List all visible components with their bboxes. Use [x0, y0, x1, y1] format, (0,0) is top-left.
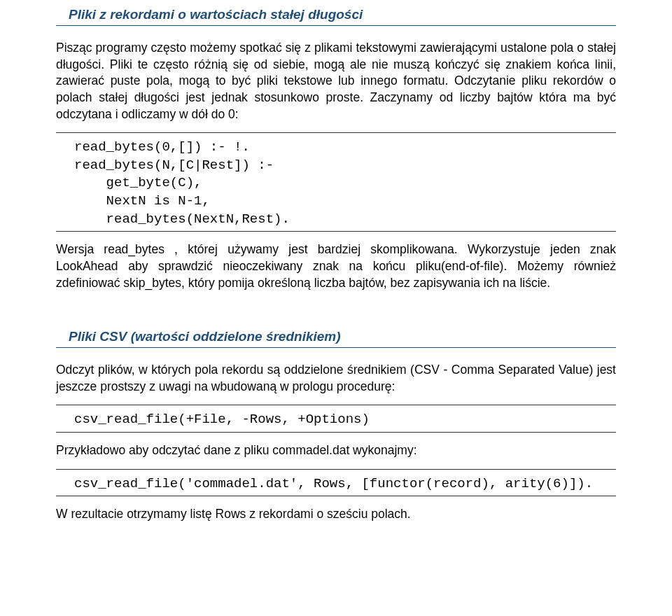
code2-bottom-rule: [56, 432, 616, 433]
section1-title: Pliki z rekordami o wartościach stałej d…: [69, 7, 616, 22]
code-block-1-wrap: read_bytes(0,[]) :- !. read_bytes(N,[C|R…: [56, 132, 616, 232]
section2-title: Pliki CSV (wartości oddzielone średnikie…: [69, 329, 616, 344]
section2-para3: W rezultacie otrzymamy listę Rows z reko…: [56, 506, 616, 523]
code2-top-rule: [56, 405, 616, 405]
code-block-2-wrap: csv_read_file(+File, -Rows, +Options): [56, 405, 616, 433]
section2-heading-block: Pliki CSV (wartości oddzielone średnikie…: [56, 329, 616, 348]
code3-bottom-rule: [56, 496, 616, 496]
section1-para1: Pisząc programy często możemy spotkać si…: [56, 40, 616, 122]
code1-top-rule: [56, 132, 616, 133]
section2-para2: Przykładowo aby odczytać dane z pliku co…: [56, 442, 616, 459]
section1-heading-block: Pliki z rekordami o wartościach stałej d…: [56, 7, 616, 26]
code-block-3: csv_read_file('commadel.dat', Rows, [fun…: [74, 475, 616, 493]
code-block-3-wrap: csv_read_file('commadel.dat', Rows, [fun…: [56, 469, 616, 497]
code3-top-rule: [56, 469, 616, 470]
spacer: [56, 301, 616, 322]
code-block-1: read_bytes(0,[]) :- !. read_bytes(N,[C|R…: [74, 139, 616, 228]
code-block-2: csv_read_file(+File, -Rows, +Options): [74, 411, 616, 429]
section1-para2: Wersja read_bytes , której używamy jest …: [56, 241, 616, 291]
section2-rule: [56, 347, 616, 348]
code1-bottom-rule: [56, 231, 616, 232]
page: Pliki z rekordami o wartościach stałej d…: [0, 7, 672, 561]
section2-para1: Odczyt plików, w których pola rekordu są…: [56, 362, 616, 395]
section1-rule: [56, 25, 616, 26]
